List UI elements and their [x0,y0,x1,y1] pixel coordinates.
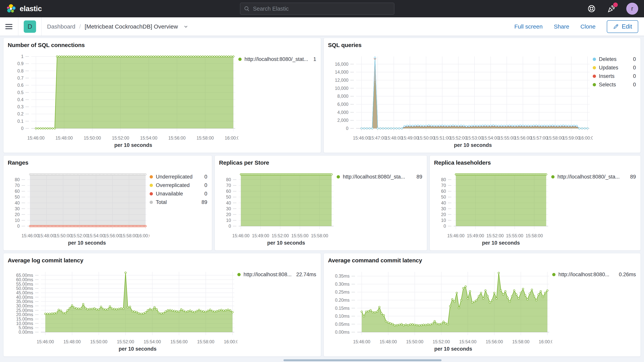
chart-sql-queries[interactable]: 15:46:0015:47:0015:48:0015:49:0015:50:00… [327,50,593,150]
svg-text:15:56:00: 15:56:00 [514,136,532,140]
legend-item[interactable]: http://localhost:8080...0.26ms [552,270,636,279]
svg-text:15:58:00: 15:58:00 [526,233,543,238]
legend-value: 0 [204,182,207,188]
chart-replicas-per-store[interactable]: 15:46:0015:49:0015:52:0015:55:0015:58:00… [218,168,337,248]
svg-text:per 10 seconds: per 10 seconds [114,142,152,148]
svg-text:60: 60 [15,189,20,194]
panel-title: Average log commit latency [8,257,317,264]
svg-text:16:00:00: 16:00:00 [539,339,552,344]
chart-replica-leaseholders[interactable]: 15:46:0015:49:0015:52:0015:55:0015:58:00… [433,168,551,248]
legend-item[interactable]: http://localhost:8080/_stat...1 [238,55,316,64]
dashboard-grid: Number of SQL connections 15:46:0015:48:… [0,36,644,356]
global-search[interactable] [240,3,394,15]
svg-text:15:53:00: 15:53:00 [466,136,483,140]
legend-item[interactable]: Selects0 [593,80,636,89]
chart-ranges[interactable]: 15:46:0015:48:0015:50:0015:52:0015:54:00… [7,168,150,248]
svg-text:15:54:00: 15:54:00 [140,136,158,140]
svg-text:0.30ms: 0.30ms [335,282,350,287]
panel-average-command-commit-latency: Average command commit latency 15:46:001… [324,253,641,356]
svg-text:15:46:00: 15:46:00 [353,339,370,344]
breadcrumb: Dashboard / [Metricbeat CockroachDB] Ove… [47,23,189,30]
series-color-dot [551,175,554,178]
legend-item[interactable]: Updates0 [593,64,636,72]
search-input[interactable] [253,6,391,12]
svg-text:15:48:00: 15:48:00 [38,233,55,238]
legend-value: 0 [204,191,207,197]
svg-text:16:00:00: 16:00:00 [225,136,238,140]
panel-number-of-sql-connections: Number of SQL connections 15:46:0015:48:… [3,38,321,153]
svg-text:0.7: 0.7 [17,76,24,80]
legend-value: 0 [633,56,636,62]
horizontal-scrollbar-thumb[interactable] [284,359,442,361]
breadcrumb-dashboard-link[interactable]: Dashboard [47,23,76,30]
help-button[interactable] [587,4,596,13]
svg-text:16,000: 16,000 [335,62,348,67]
elastic-home-link[interactable]: elastic [6,4,42,14]
legend-label: http://localhost:8080... [558,272,614,278]
divider [18,17,18,36]
user-avatar[interactable]: r [626,3,638,15]
svg-text:15:50:00: 15:50:00 [84,136,101,140]
legend-value: 0 [204,174,207,180]
svg-text:50: 50 [226,194,231,200]
svg-text:15:59:00: 15:59:00 [563,136,580,140]
news-feed-button[interactable] [606,4,616,13]
svg-text:15:50:00: 15:50:00 [418,136,435,140]
chart-number-of-sql-connections[interactable]: 15:46:0015:48:0015:50:0015:52:0015:54:00… [7,50,238,150]
svg-text:40: 40 [441,200,446,206]
legend-item[interactable]: Unavailable0 [150,190,207,198]
dashboard-listing-chevron[interactable] [183,24,189,30]
legend-value: 1 [313,56,316,62]
svg-text:15:48:00: 15:48:00 [56,136,73,140]
svg-text:2,000: 2,000 [337,118,348,123]
svg-text:15:54:00: 15:54:00 [459,339,476,344]
svg-text:40: 40 [15,200,20,206]
svg-text:15:47:00: 15:47:00 [369,136,386,140]
legend-item[interactable]: Overreplicated0 [150,181,207,190]
legend-label: Selects [599,82,629,88]
svg-text:15:58:00: 15:58:00 [547,136,564,140]
full-screen-button[interactable]: Full screen [514,23,542,30]
legend-label: http://localhost:8080/_stat... [244,56,309,62]
dashboard-app-badge[interactable]: D [24,20,36,33]
legend-item[interactable]: Inserts0 [593,72,636,80]
series-color-dot [593,83,596,86]
panel-title: Replica leaseholders [434,160,637,166]
svg-text:70: 70 [15,183,20,188]
svg-text:per 10 seconds: per 10 seconds [118,346,156,352]
chart-average-command-commit-latency[interactable]: 15:46:0015:48:0015:50:0015:52:0015:54:00… [327,265,552,354]
app-badge-letter: D [28,23,32,30]
legend-item[interactable]: http://localhost:8080/_sta...89 [551,172,636,181]
legend-item[interactable]: Deletes0 [593,55,636,64]
clone-button[interactable]: Clone [580,23,596,30]
svg-text:15:46:00: 15:46:00 [447,233,465,238]
legend-label: Underreplicated [156,174,200,180]
edit-button[interactable]: Edit [607,20,638,33]
series-color-dot [237,273,241,276]
svg-text:0.05ms: 0.05ms [335,322,350,327]
chart-legend: Underreplicated0Overreplicated0Unavailab… [150,168,208,248]
legend-label: Overreplicated [156,182,200,188]
legend-item[interactable]: Total89 [150,198,207,206]
svg-text:15:56:00: 15:56:00 [104,233,121,238]
svg-text:10: 10 [15,218,20,223]
svg-text:15:50:00: 15:50:00 [54,233,72,238]
svg-text:15:46:00: 15:46:00 [232,233,250,238]
legend-item[interactable]: http://localhost:8080/_sta...89 [337,172,422,181]
series-color-dot [150,184,153,187]
svg-text:15:48:00: 15:48:00 [385,136,402,140]
svg-text:0.5: 0.5 [17,90,24,95]
menu-hamburger-icon[interactable] [5,24,13,30]
svg-text:15:52:00: 15:52:00 [71,233,88,238]
legend-item[interactable]: http://localhost:808...22.74ms [237,270,316,279]
brand-wordmark: elastic [20,5,42,13]
svg-text:50: 50 [441,194,446,200]
search-icon [244,6,250,12]
chart-legend: http://localhost:8080/_sta...89 [337,168,424,248]
legend-item[interactable]: Underreplicated0 [150,172,207,181]
share-button[interactable]: Share [554,23,569,30]
svg-text:15:49:00: 15:49:00 [252,233,269,238]
chart-average-log-commit-latency[interactable]: 15:46:0015:48:0015:50:0015:52:0015:54:00… [7,265,237,354]
svg-text:16:00:00: 16:00:00 [224,339,237,344]
svg-text:0.4: 0.4 [17,97,24,102]
